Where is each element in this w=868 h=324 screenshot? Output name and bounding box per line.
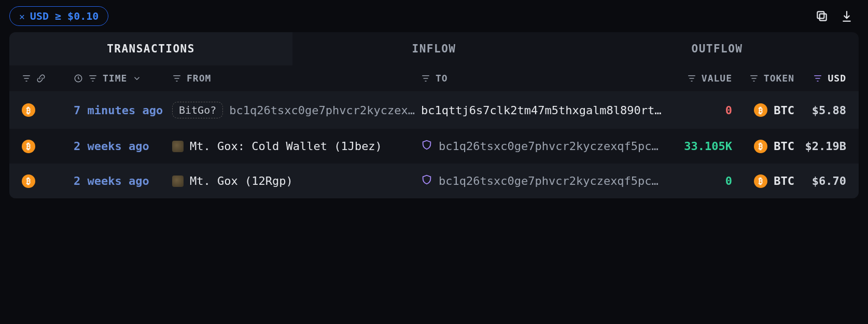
header-usd[interactable]: USD [794,73,846,84]
filter-chip-label: USD ≥ $0.10 [30,10,99,22]
tab-outflow[interactable]: OUTFLOW [576,32,859,65]
link-icon [36,74,46,83]
svg-rect-0 [820,14,827,21]
usd-label: $6.70 [812,174,846,187]
table-row[interactable]: ₿ 2 weeks ago Mt. Gox: Cold Wallet (1Jbe… [9,129,859,164]
from-entity[interactable]: Mt. Gox (12Rgp) [190,174,293,187]
value-label: 33.105K [684,140,732,153]
bitcoin-icon: ₿ [754,174,767,188]
shield-icon [421,174,432,188]
filter-chip-usd[interactable]: ✕ USD ≥ $0.10 [9,6,108,26]
bitcoin-icon: ₿ [22,174,35,188]
bitcoin-icon: ₿ [22,103,35,117]
chevron-down-icon [132,74,142,83]
close-icon: ✕ [19,11,25,22]
token-label: BTC [774,140,794,153]
value-label: 0 [725,174,732,187]
header-time-label: TIME [103,73,127,84]
token-label: BTC [774,104,794,117]
header-usd-label: USD [828,73,846,84]
tab-inflow[interactable]: INFLOW [292,32,576,65]
filter-icon [749,74,759,83]
header-value[interactable]: VALUE [665,73,732,84]
time-label: 2 weeks ago [74,140,149,153]
entity-icon [172,141,184,152]
table-row[interactable]: ₿ 2 weeks ago Mt. Gox (12Rgp) bc1q26tsxc… [9,164,859,198]
from-address[interactable]: bc1q26tsxc0ge7phvcr2kyczexqf… [229,104,421,117]
usd-label: $2.19B [805,140,846,153]
shield-icon [421,139,432,153]
svg-rect-1 [817,11,824,18]
bitcoin-icon: ₿ [754,103,767,117]
time-label: 7 minutes ago [74,104,163,117]
usd-label: $5.88 [812,104,846,117]
to-address[interactable]: bc1q26tsxc0ge7phvcr2kyczexqf5pcj8… [439,140,665,153]
bitcoin-icon: ₿ [754,140,767,153]
filter-icon [687,74,696,83]
filter-icon [172,74,181,83]
header-chain[interactable] [22,74,74,83]
table-row[interactable]: ₿ 7 minutes ago BitGo? bc1q26tsxc0ge7phv… [9,91,859,129]
bitcoin-icon: ₿ [22,140,35,153]
filter-icon [813,74,822,83]
to-address[interactable]: bc1qttj6s7clk2tm47m5thxgalm8l890rtvrku0 [421,104,665,117]
filter-icon [421,74,430,83]
filter-icon [88,74,97,83]
header-value-label: VALUE [702,73,732,84]
header-to[interactable]: TO [421,73,665,84]
value-label: 0 [725,104,732,117]
transactions-panel: TRANSACTIONS INFLOW OUTFLOW TIME FROM TO… [9,32,859,198]
tab-transactions[interactable]: TRANSACTIONS [9,32,292,65]
header-from-label: FROM [187,73,211,84]
token-label: BTC [774,174,794,187]
header-time[interactable]: TIME [74,73,172,84]
time-label: 2 weeks ago [74,174,149,187]
header-to-label: TO [436,73,448,84]
header-token[interactable]: TOKEN [732,73,794,84]
to-address[interactable]: bc1q26tsxc0ge7phvcr2kyczexqf5pcj8… [439,174,665,187]
entity-icon [172,176,184,187]
header-from[interactable]: FROM [172,73,421,84]
copy-button[interactable] [815,9,829,23]
clock-icon [74,74,83,83]
download-button[interactable] [840,9,853,23]
header-token-label: TOKEN [764,73,794,84]
from-entity[interactable]: Mt. Gox: Cold Wallet (1Jbez) [190,140,382,153]
entity-badge[interactable]: BitGo? [172,102,223,118]
filter-icon [22,74,31,83]
